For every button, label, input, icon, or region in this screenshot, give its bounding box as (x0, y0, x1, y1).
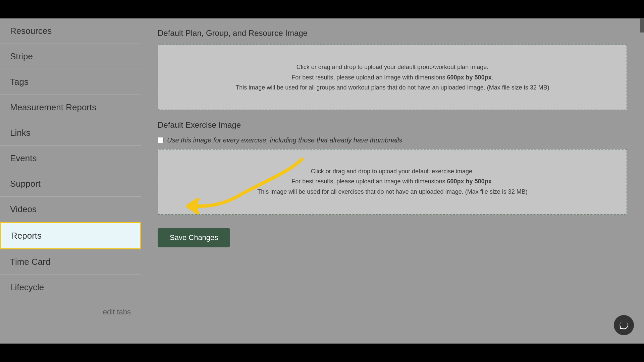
default-exercise-title: Default Exercise Image (158, 120, 627, 130)
sidebar-item-videos[interactable]: Videos (0, 197, 141, 222)
edit-tabs-link[interactable]: edit tabs (0, 300, 141, 324)
sidebar-item-time-card[interactable]: Time Card (0, 249, 141, 275)
chat-icon (619, 320, 629, 330)
sidebar-item-reports[interactable]: Reports (0, 222, 141, 249)
sidebar-item-tags[interactable]: Tags (0, 69, 141, 95)
main-content: Default Plan, Group, and Resource Image … (141, 18, 644, 344)
sidebar-item-links[interactable]: Links (0, 120, 141, 146)
sidebar-item-measurement-reports[interactable]: Measurement Reports (0, 95, 141, 120)
scrollbar[interactable] (640, 18, 644, 33)
upload-plan-line3: This image will be used for all groups a… (168, 82, 616, 93)
sidebar-item-events[interactable]: Events (0, 146, 141, 171)
exercise-checkbox[interactable] (158, 137, 164, 143)
exercise-checkbox-row: Use this image for every exercise, inclu… (158, 136, 627, 144)
sidebar: Resources Stripe Tags Measurement Report… (0, 18, 141, 344)
sidebar-item-lifecycle[interactable]: Lifecycle (0, 275, 141, 300)
sidebar-item-resources[interactable]: Resources (0, 18, 141, 44)
default-exercise-section: Default Exercise Image Use this image fo… (158, 120, 627, 215)
sidebar-item-support[interactable]: Support (0, 171, 141, 197)
upload-plan-line1: Click or drag and drop to upload your de… (168, 62, 616, 72)
exercise-checkbox-label: Use this image for every exercise, inclu… (167, 136, 402, 144)
upload-exercise-line3: This image will be used for all exercise… (168, 187, 616, 197)
upload-exercise-line1: Click or drag and drop to upload your de… (168, 166, 616, 177)
sidebar-item-stripe[interactable]: Stripe (0, 44, 141, 69)
default-exercise-upload-box[interactable]: Click or drag and drop to upload your de… (158, 149, 627, 215)
save-changes-button[interactable]: Save Changes (158, 228, 230, 247)
chat-button[interactable] (614, 315, 634, 335)
default-plan-title: Default Plan, Group, and Resource Image (158, 28, 627, 38)
default-plan-upload-box[interactable]: Click or drag and drop to upload your de… (158, 45, 627, 110)
upload-exercise-line2: For best results, please upload an image… (168, 176, 616, 187)
upload-plan-line2: For best results, please upload an image… (168, 72, 616, 83)
